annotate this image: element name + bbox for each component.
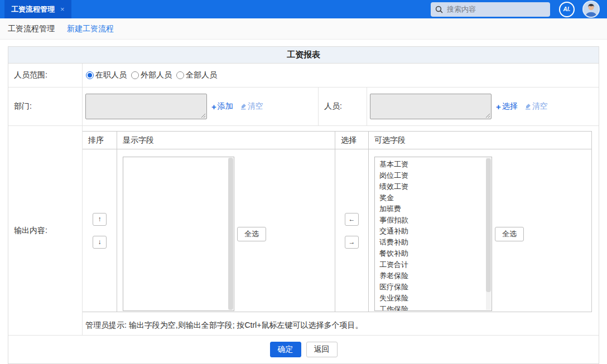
plus-icon: + bbox=[496, 102, 501, 111]
list-item[interactable]: 工伤保险 bbox=[375, 304, 492, 311]
search-input[interactable] bbox=[447, 5, 546, 13]
department-add-link[interactable]: + 添加 bbox=[211, 101, 233, 111]
confirm-button[interactable]: 确定 bbox=[270, 342, 301, 357]
ai-assistant-button[interactable]: AI. bbox=[559, 2, 575, 17]
person-clear-label: 清空 bbox=[532, 101, 548, 111]
list-item[interactable]: 基本工资 bbox=[375, 159, 492, 170]
department-add-label: 添加 bbox=[218, 101, 233, 111]
available-fields-items: 基本工资 岗位工资 绩效工资 奖金 加班费 事假扣款 交通补助 话费补助 餐饮补… bbox=[375, 157, 492, 311]
available-fields-cell: 基本工资 岗位工资 绩效工资 奖金 加班费 事假扣款 交通补助 话费补助 餐饮补… bbox=[369, 149, 591, 312]
radio-label: 全部人员 bbox=[186, 70, 217, 80]
department-clear-label: 清空 bbox=[248, 101, 263, 111]
move-to-available-button[interactable]: → bbox=[345, 236, 359, 249]
department-textarea-wrap bbox=[85, 94, 207, 119]
move-to-display-button[interactable]: ← bbox=[345, 213, 359, 226]
person-input[interactable] bbox=[370, 94, 492, 119]
person-select-label: 选择 bbox=[502, 101, 518, 111]
user-avatar[interactable] bbox=[582, 1, 600, 18]
select-all-display-button[interactable]: 全选 bbox=[237, 227, 266, 241]
radio-external-staff[interactable]: 外部人员 bbox=[131, 70, 172, 80]
breadcrumb: 工资流程管理 新建工资流程 bbox=[0, 18, 607, 40]
department-cell: + 添加 清空 bbox=[83, 88, 319, 125]
display-fields-cell: 全选 bbox=[117, 149, 335, 312]
display-fields-listbox[interactable] bbox=[123, 157, 234, 311]
search-icon bbox=[435, 6, 443, 13]
tab-close-icon[interactable]: × bbox=[60, 5, 65, 13]
salary-report-form: 工资报表 人员范围: 在职人员 外部人员 全部人员 部门: bbox=[8, 46, 599, 364]
person-clear-link[interactable]: 清空 bbox=[524, 101, 548, 111]
radio-all-staff[interactable]: 全部人员 bbox=[176, 70, 217, 80]
move-up-button[interactable]: ↑ bbox=[93, 213, 107, 226]
output-content-row: 输出内容: 排序 显示字段 选择 可选字段 ↑ ↓ bbox=[8, 126, 599, 336]
scrollbar-thumb[interactable] bbox=[486, 158, 491, 292]
radio-icon-checked[interactable] bbox=[86, 71, 94, 79]
form-title: 工资报表 bbox=[8, 47, 599, 64]
scrollbar-thumb[interactable] bbox=[228, 158, 233, 310]
clear-icon bbox=[240, 103, 247, 110]
person-scope-options: 在职人员 外部人员 全部人员 bbox=[83, 64, 221, 87]
radio-icon[interactable] bbox=[176, 71, 184, 79]
available-fields-listbox[interactable]: 基本工资 岗位工资 绩效工资 奖金 加班费 事假扣款 交通补助 话费补助 餐饮补… bbox=[374, 157, 492, 311]
breadcrumb-item-new-salary-process[interactable]: 新建工资流程 bbox=[67, 24, 114, 34]
radio-label: 在职人员 bbox=[95, 70, 127, 80]
list-item[interactable]: 医疗保险 bbox=[375, 282, 492, 293]
person-select-link[interactable]: + 选择 bbox=[496, 101, 518, 111]
top-bar: 工资流程管理 × AI. bbox=[0, 0, 607, 18]
person-actions: + 选择 清空 bbox=[496, 101, 548, 111]
list-item[interactable]: 绩效工资 bbox=[375, 181, 492, 192]
clear-icon bbox=[524, 103, 531, 110]
list-item[interactable]: 餐饮补助 bbox=[375, 248, 492, 259]
field-picker: 排序 显示字段 选择 可选字段 ↑ ↓ bbox=[83, 131, 592, 312]
department-actions: + 添加 清空 bbox=[211, 101, 263, 111]
display-listbox-scrollbar[interactable] bbox=[228, 158, 233, 310]
back-button[interactable]: 返回 bbox=[306, 342, 338, 357]
sort-buttons-cell: ↑ ↓ bbox=[83, 149, 117, 312]
footer-actions-row: 确定 返回 bbox=[8, 336, 599, 363]
header-sort: 排序 bbox=[83, 132, 117, 149]
transfer-buttons-cell: ← → bbox=[335, 149, 369, 312]
department-person-row: 部门: + 添加 清空 bbox=[8, 88, 599, 126]
radio-label: 外部人员 bbox=[141, 70, 172, 80]
avatar-image bbox=[584, 2, 599, 17]
admin-tip: 管理员提示: 输出字段为空,则输出全部字段; 按Ctrl+鼠标左键可以选择多个项… bbox=[85, 321, 599, 331]
person-scope-label: 人员范围: bbox=[8, 64, 83, 87]
person-label: 人员: bbox=[319, 88, 367, 125]
header-select: 选择 bbox=[335, 132, 369, 149]
move-down-button[interactable]: ↓ bbox=[93, 236, 107, 249]
department-input[interactable] bbox=[85, 94, 207, 119]
search-box[interactable] bbox=[431, 2, 550, 17]
tab-salary-process[interactable]: 工资流程管理 × bbox=[4, 0, 71, 18]
list-item[interactable]: 奖金 bbox=[375, 192, 492, 203]
list-item[interactable]: 话费补助 bbox=[375, 237, 492, 248]
field-picker-header: 排序 显示字段 选择 可选字段 bbox=[83, 132, 591, 149]
ai-badge-label: AI. bbox=[563, 6, 571, 12]
person-scope-row: 人员范围: 在职人员 外部人员 全部人员 bbox=[8, 64, 599, 88]
list-item[interactable]: 失业保险 bbox=[375, 293, 492, 304]
list-item[interactable]: 交通补助 bbox=[375, 226, 492, 237]
list-item[interactable]: 养老保险 bbox=[375, 270, 492, 282]
tab-label: 工资流程管理 bbox=[11, 4, 55, 14]
plus-icon: + bbox=[211, 102, 216, 111]
field-picker-body: ↑ ↓ 全选 ← → bbox=[83, 149, 591, 312]
list-item[interactable]: 岗位工资 bbox=[375, 170, 492, 181]
header-available-fields: 可选字段 bbox=[369, 132, 591, 149]
department-label: 部门: bbox=[8, 88, 83, 125]
list-item[interactable]: 事假扣款 bbox=[375, 215, 492, 226]
output-content-label: 输出内容: bbox=[8, 126, 83, 335]
display-fields-items bbox=[123, 157, 234, 159]
available-listbox-scrollbar[interactable] bbox=[486, 158, 491, 310]
breadcrumb-item-salary-process[interactable]: 工资流程管理 bbox=[8, 24, 55, 34]
list-item[interactable]: 工资合计 bbox=[375, 259, 492, 270]
person-textarea-wrap bbox=[370, 94, 492, 119]
department-clear-link[interactable]: 清空 bbox=[240, 101, 263, 111]
person-cell: + 选择 清空 bbox=[367, 88, 599, 125]
radio-icon[interactable] bbox=[131, 71, 139, 79]
select-all-available-button[interactable]: 全选 bbox=[495, 227, 524, 241]
output-content-cell: 排序 显示字段 选择 可选字段 ↑ ↓ bbox=[83, 126, 599, 335]
list-item[interactable]: 加班费 bbox=[375, 203, 492, 215]
header-display-fields: 显示字段 bbox=[117, 132, 335, 149]
radio-active-staff[interactable]: 在职人员 bbox=[86, 70, 127, 80]
